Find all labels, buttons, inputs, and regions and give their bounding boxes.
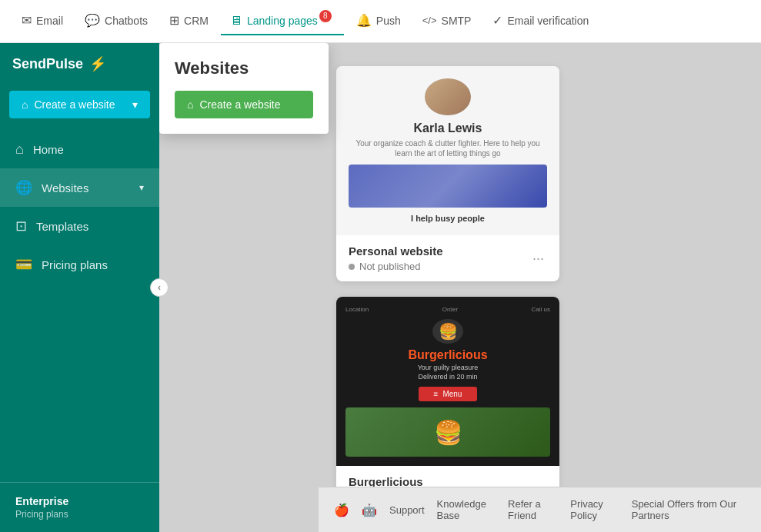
- personal-name: Karla Lewis: [414, 121, 482, 135]
- crm-nav-icon: ⊞: [169, 13, 179, 28]
- sidebar: SendPulse ⚡ ⌂ Create a website ▾ ⌂ Home …: [0, 43, 159, 532]
- push-nav-icon: 🔔: [356, 13, 372, 28]
- personal-avatar: [425, 78, 471, 115]
- sidebar-enterprise-label: Enterprise: [15, 495, 144, 507]
- landing-pages-nav-icon: 🖥: [230, 14, 242, 28]
- card-personal-website: Karla Lewis Your organize coach & clutte…: [336, 66, 559, 281]
- top-navigation: ✉ Email 💬 Chatbots ⊞ CRM 🖥 Landing pages…: [0, 0, 761, 43]
- create-website-button[interactable]: ⌂ Create a website ▾: [9, 91, 150, 118]
- websites-dropdown-popup: Websites ⌂ Create a website: [159, 43, 329, 134]
- footer-refer-friend-link[interactable]: Refer a Friend: [508, 498, 558, 521]
- nav-smtp[interactable]: </> SMTP: [413, 8, 481, 35]
- personal-img: [349, 165, 547, 208]
- create-website-dropdown-icon: ▾: [132, 98, 138, 111]
- personal-website-menu-button[interactable]: ···: [529, 248, 547, 270]
- nav-email-verification[interactable]: ✓ Email verification: [483, 7, 598, 35]
- sidebar-nav: ⌂ Home 🌐 Websites ▾ ⊡ Templates 💳 Pricin…: [0, 131, 159, 482]
- nav-items: ✉ Email 💬 Chatbots ⊞ CRM 🖥 Landing pages…: [12, 7, 598, 35]
- nav-chatbots[interactable]: 💬 Chatbots: [75, 7, 157, 35]
- personal-status-text: Not published: [359, 261, 421, 272]
- logo-text: SendPulse: [12, 56, 83, 72]
- nav-email[interactable]: ✉ Email: [12, 7, 72, 35]
- burger-top-bar: Location Order Call us: [345, 306, 550, 313]
- sidebar-logo: SendPulse ⚡: [0, 43, 159, 85]
- burger-menu-btn: ≡ Menu: [419, 387, 478, 401]
- email-nav-icon: ✉: [22, 13, 32, 28]
- dropdown-title: Websites: [175, 58, 313, 78]
- personal-status-dot: [349, 264, 355, 270]
- burger-food-image: 🍔: [345, 407, 550, 457]
- burger-brand: Burgerlicious: [408, 348, 487, 362]
- burger-tagline: Your guilty pleasure: [418, 364, 479, 371]
- dropdown-create-website-button[interactable]: ⌂ Create a website: [175, 91, 313, 118]
- burger-logo-icon: 🍔: [432, 319, 463, 344]
- card-burgerlicious: Location Order Call us 🍔 Burgerlicious Y…: [336, 297, 559, 512]
- websites-chevron-icon: ▾: [139, 182, 144, 193]
- footer-privacy-policy-link[interactable]: Privacy Policy: [570, 498, 619, 521]
- personal-tagline: I help busy people: [411, 214, 485, 223]
- content-area: Websites ⌂ Create a website Karla Lewis …: [159, 43, 761, 532]
- sidebar-item-home[interactable]: ⌂ Home: [0, 131, 159, 168]
- footer-bar: 🍎 🤖 Support Knowledge Base Refer a Frien…: [319, 487, 761, 532]
- logo-icon: ⚡: [89, 55, 106, 72]
- create-website-home-icon: ⌂: [22, 98, 28, 111]
- sidebar-bottom: Enterprise Pricing plans: [0, 482, 159, 532]
- templates-sidebar-icon: ⊡: [15, 218, 27, 234]
- footer-knowledge-base-link[interactable]: Knowledge Base: [437, 498, 496, 521]
- menu-icon: ≡: [434, 390, 439, 398]
- smtp-nav-icon: </>: [422, 15, 437, 26]
- personal-desc: Your organize coach & clutter fighter. H…: [349, 138, 547, 158]
- personal-website-preview: Karla Lewis Your organize coach & clutte…: [336, 66, 559, 235]
- chatbots-nav-icon: 💬: [85, 13, 100, 28]
- websites-sidebar-icon: 🌐: [15, 179, 32, 196]
- android-icon[interactable]: 🤖: [362, 503, 377, 517]
- dropdown-home-icon: ⌂: [187, 98, 193, 111]
- burger-tagline2: Delivered in 20 min: [418, 373, 477, 381]
- footer-special-offers-link[interactable]: Special Offers from Our Partners: [632, 498, 746, 521]
- sidebar-pricing-plans-label[interactable]: Pricing plans: [15, 509, 144, 520]
- nav-push[interactable]: 🔔 Push: [347, 7, 410, 35]
- landing-pages-badge: 8: [319, 10, 332, 22]
- email-verification-nav-icon: ✓: [492, 13, 502, 28]
- avatar-face: [425, 78, 471, 115]
- apple-icon[interactable]: 🍎: [334, 503, 349, 517]
- personal-website-info: Personal website Not published: [349, 244, 529, 272]
- burgerlicious-preview: Location Order Call us 🍔 Burgerlicious Y…: [336, 297, 559, 466]
- nav-landing-pages[interactable]: 🖥 Landing pages 8: [221, 8, 344, 35]
- pricing-sidebar-icon: 💳: [15, 256, 32, 273]
- main-layout: SendPulse ⚡ ⌂ Create a website ▾ ⌂ Home …: [0, 43, 761, 532]
- home-sidebar-icon: ⌂: [15, 141, 24, 158]
- sidebar-item-pricing-plans[interactable]: 💳 Pricing plans: [0, 245, 159, 284]
- sidebar-item-templates[interactable]: ⊡ Templates: [0, 207, 159, 245]
- footer-support-link[interactable]: Support: [389, 504, 425, 516]
- personal-website-status: Not published: [349, 261, 529, 272]
- create-website-btn-wrap: ⌂ Create a website ▾: [0, 85, 159, 131]
- sidebar-item-websites[interactable]: 🌐 Websites ▾: [0, 168, 159, 207]
- sidebar-collapse-button[interactable]: ‹: [150, 278, 169, 297]
- personal-website-footer: Personal website Not published ···: [336, 235, 559, 281]
- nav-crm[interactable]: ⊞ CRM: [160, 7, 218, 35]
- personal-website-title: Personal website: [349, 244, 529, 258]
